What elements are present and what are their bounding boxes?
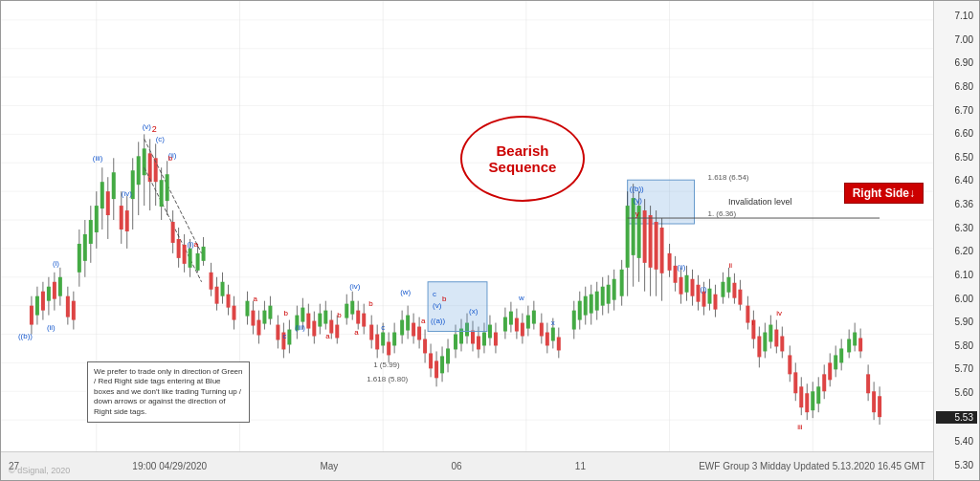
price-label-660: 6.60: [936, 128, 977, 139]
svg-rect-101: [262, 311, 266, 324]
svg-rect-295: [853, 333, 857, 346]
svg-text:i: i: [751, 318, 753, 327]
svg-rect-157: [434, 361, 438, 378]
svg-rect-185: [521, 323, 524, 337]
svg-text:w: w: [518, 294, 524, 302]
svg-rect-53: [120, 206, 123, 230]
svg-text:((b)): ((b)): [630, 185, 644, 193]
svg-text:(iii): (iii): [93, 154, 103, 163]
svg-rect-275: [793, 372, 797, 393]
svg-rect-255: [732, 283, 736, 298]
svg-rect-191: [540, 323, 544, 337]
svg-rect-213: [612, 279, 616, 300]
date-label-may: May: [320, 461, 338, 471]
svg-rect-245: [702, 292, 705, 307]
svg-rect-29: [47, 287, 51, 301]
svg-rect-205: [590, 295, 593, 314]
svg-rect-27: [41, 292, 45, 311]
invalidation-text: Invalidation level: [728, 197, 792, 207]
date-label-apr: 19:00 04/29/2020: [132, 461, 207, 471]
svg-text:a: a: [194, 240, 199, 249]
svg-rect-271: [780, 337, 784, 352]
info-box: We prefer to trade only in direction of …: [87, 361, 250, 423]
svg-rect-173: [482, 333, 486, 346]
svg-rect-71: [166, 174, 169, 201]
svg-rect-69: [160, 180, 164, 207]
svg-rect-95: [245, 301, 249, 317]
svg-rect-23: [30, 306, 33, 325]
svg-rect-63: [148, 153, 152, 182]
svg-rect-81: [196, 253, 200, 271]
svg-rect-189: [532, 311, 536, 324]
price-label-560: 5.60: [936, 387, 977, 398]
svg-rect-77: [183, 245, 187, 264]
svg-rect-129: [350, 301, 354, 315]
svg-rect-249: [713, 295, 717, 310]
svg-text:iii: iii: [797, 423, 803, 431]
svg-text:2: 2: [152, 124, 157, 134]
svg-text:a: a: [354, 328, 359, 337]
svg-text:iv: iv: [776, 309, 782, 317]
svg-rect-91: [227, 295, 231, 308]
svg-text:(iv): (iv): [122, 189, 132, 198]
price-label-700: 7.00: [936, 34, 977, 45]
price-label-690: 6.90: [936, 57, 977, 68]
bearish-line1: Bearish: [496, 142, 548, 159]
svg-rect-153: [423, 339, 427, 353]
svg-rect-115: [306, 314, 310, 329]
svg-rect-183: [515, 318, 519, 332]
svg-rect-99: [256, 320, 260, 336]
svg-text:b: b: [168, 154, 173, 163]
svg-rect-51: [112, 172, 116, 199]
svg-rect-39: [78, 244, 81, 273]
svg-rect-197: [557, 338, 561, 351]
price-label-590: 5.90: [936, 317, 977, 327]
svg-text:a: a: [325, 333, 330, 341]
svg-text:b: b: [337, 311, 342, 319]
svg-rect-257: [738, 290, 742, 305]
svg-rect-61: [143, 148, 146, 175]
svg-rect-31: [53, 282, 56, 299]
svg-rect-259: [746, 306, 749, 323]
svg-rect-103: [268, 306, 272, 319]
price-label-610: 6.10: [936, 270, 977, 280]
svg-text:1. (6.36): 1. (6.36): [707, 209, 736, 218]
svg-rect-171: [477, 337, 480, 350]
svg-rect-83: [202, 247, 206, 261]
footer-credit: EWF Group 3 Midday Updated 5.13.2020 16.…: [699, 461, 925, 471]
svg-rect-303: [878, 396, 881, 417]
svg-rect-291: [839, 348, 843, 362]
svg-text:ii: ii: [728, 261, 732, 270]
svg-rect-220: [632, 198, 635, 255]
price-label-580: 5.80: [936, 340, 977, 351]
svg-rect-201: [578, 301, 582, 320]
svg-text:(v): (v): [433, 301, 442, 310]
svg-rect-209: [601, 287, 605, 306]
svg-rect-47: [100, 182, 104, 208]
svg-rect-73: [171, 222, 175, 243]
svg-rect-89: [221, 282, 225, 296]
svg-rect-143: [392, 333, 396, 346]
svg-rect-179: [503, 317, 507, 332]
svg-rect-163: [454, 335, 457, 350]
svg-rect-299: [866, 374, 870, 393]
svg-rect-105: [276, 325, 279, 340]
svg-rect-93: [233, 306, 236, 320]
svg-rect-55: [125, 210, 129, 231]
svg-text:b: b: [368, 299, 373, 308]
price-axis: 7.10 7.00 6.90 6.80 6.70 6.60 6.50 6.40 …: [933, 1, 979, 480]
svg-text:1.618 (5.80): 1.618 (5.80): [367, 375, 408, 383]
svg-rect-216: [620, 270, 624, 296]
svg-rect-35: [66, 296, 70, 317]
svg-rect-203: [584, 296, 588, 316]
svg-text:(iv): (iv): [349, 282, 360, 291]
svg-rect-230: [660, 228, 664, 273]
svg-rect-281: [811, 391, 814, 410]
svg-rect-199: [572, 311, 576, 330]
svg-rect-297: [858, 339, 862, 352]
right-side-box: Right Side↓: [844, 183, 924, 204]
svg-text:1 (5.99): 1 (5.99): [373, 361, 400, 369]
svg-rect-269: [774, 330, 778, 347]
svg-rect-151: [417, 327, 421, 340]
svg-rect-85: [210, 273, 213, 290]
